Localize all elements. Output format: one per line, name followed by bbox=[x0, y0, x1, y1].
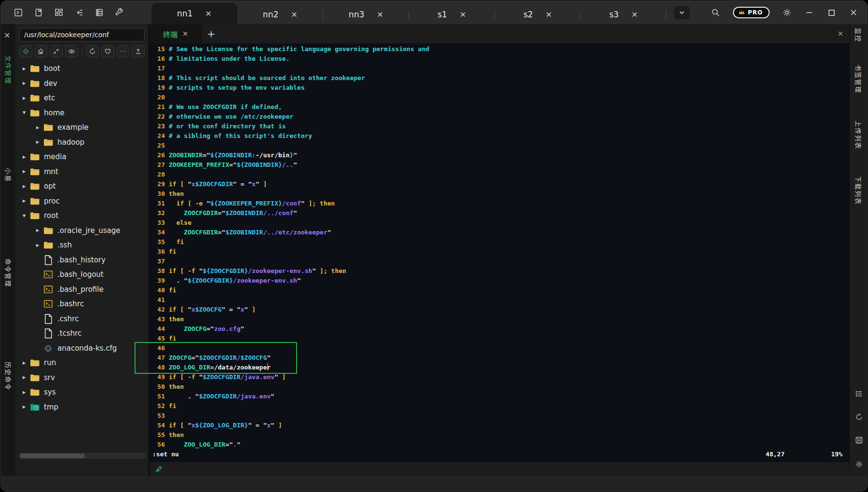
tree-item-example[interactable]: ▶example bbox=[15, 120, 149, 135]
tree-item-.bash_history[interactable]: .bash_history bbox=[15, 253, 149, 268]
favorite-icon[interactable] bbox=[101, 45, 114, 57]
session-tab-s1[interactable]: s1✕ bbox=[409, 5, 495, 24]
tree-item-etc[interactable]: ▶etc bbox=[15, 91, 149, 106]
tree-item-srv[interactable]: ▶srv bbox=[15, 370, 149, 385]
chevron-right-icon[interactable]: ▶ bbox=[20, 96, 28, 100]
preview-icon[interactable] bbox=[65, 45, 78, 57]
tree-item-sys[interactable]: ▶sys bbox=[15, 385, 149, 400]
tree-item-.bashrc[interactable]: .bashrc bbox=[15, 297, 149, 312]
chevron-right-icon[interactable]: ▶ bbox=[20, 67, 28, 71]
tree-item-.ssh[interactable]: ▶.ssh bbox=[15, 238, 149, 253]
close-icon[interactable] bbox=[849, 8, 858, 17]
chevron-right-icon[interactable]: ▶ bbox=[34, 243, 41, 247]
tree-item-.bash_logout[interactable]: .bash_logout bbox=[15, 267, 149, 282]
tree-item-.oracle_jre_usage[interactable]: ▶.oracle_jre_usage bbox=[15, 223, 149, 238]
chevron-right-icon[interactable]: ▶ bbox=[34, 228, 41, 232]
settings-icon[interactable] bbox=[854, 459, 864, 469]
tree-item-home[interactable]: ▼home bbox=[15, 106, 149, 121]
maximize-icon[interactable] bbox=[827, 8, 836, 17]
scrollbar-thumb[interactable] bbox=[20, 453, 85, 458]
chevron-right-icon[interactable]: ▶ bbox=[20, 81, 28, 85]
more-icon[interactable]: ··· bbox=[117, 45, 130, 57]
file-panel-close-icon[interactable]: ✕ bbox=[4, 31, 10, 40]
save-icon[interactable] bbox=[854, 435, 864, 445]
chevron-right-icon[interactable]: ▶ bbox=[20, 184, 28, 189]
right-tab-1[interactable]: 监控 bbox=[850, 28, 868, 42]
tree-item-root[interactable]: ▼root bbox=[15, 208, 149, 223]
chevron-right-icon[interactable]: ▶ bbox=[20, 169, 28, 174]
chevron-right-icon[interactable]: ▶ bbox=[20, 199, 28, 203]
tab-close-icon[interactable]: ✕ bbox=[631, 10, 637, 19]
left-tab-4[interactable]: 历史命令 bbox=[1, 362, 15, 391]
tree-item-proc[interactable]: ▶proc bbox=[15, 194, 149, 209]
tree-item-.cshrc[interactable]: .cshrc bbox=[15, 312, 149, 327]
tree-icon[interactable] bbox=[74, 8, 84, 17]
marker-pen-icon[interactable] bbox=[155, 465, 163, 473]
tab-close-icon[interactable]: ✕ bbox=[460, 10, 466, 19]
right-tab-2[interactable]: 书签管理 bbox=[850, 65, 868, 94]
terminal-screen[interactable]: 15# See the License for the specific lan… bbox=[149, 43, 849, 462]
session-tab-nn1[interactable]: nn1✕ bbox=[151, 3, 237, 24]
home-icon[interactable] bbox=[35, 45, 48, 57]
settings-icon[interactable] bbox=[782, 8, 792, 17]
server-icon[interactable] bbox=[95, 8, 104, 17]
tab-close-icon[interactable]: ✕ bbox=[291, 10, 297, 19]
tree-item-anaconda-ks.cfg[interactable]: anaconda-ks.cfg bbox=[15, 341, 149, 356]
new-terminal-button[interactable]: + bbox=[202, 24, 221, 43]
collapse-icon[interactable] bbox=[50, 45, 63, 57]
left-tab-3[interactable]: 命令管理 bbox=[1, 259, 15, 287]
tree-item-label: .oracle_jre_usage bbox=[57, 226, 120, 235]
refresh-icon[interactable] bbox=[854, 411, 864, 422]
dashboard-icon[interactable] bbox=[54, 8, 64, 17]
chevron-right-icon[interactable]: ▶ bbox=[20, 405, 28, 409]
left-tab-label: 文件管理 bbox=[4, 55, 13, 84]
chevron-down-icon[interactable]: ▼ bbox=[20, 110, 28, 115]
chevron-right-icon[interactable]: ▶ bbox=[20, 375, 28, 380]
locate-icon[interactable] bbox=[19, 45, 32, 57]
right-tab-4[interactable]: 下载列表 bbox=[850, 176, 868, 205]
tab-list-dropdown-button[interactable] bbox=[674, 6, 690, 19]
session-tab-nn2[interactable]: nn2✕ bbox=[237, 5, 323, 24]
notebook-icon[interactable] bbox=[34, 8, 43, 17]
tree-item-boot[interactable]: ▶boot bbox=[15, 61, 149, 76]
tab-close-icon[interactable]: ✕ bbox=[377, 10, 383, 19]
terminal-icon[interactable] bbox=[854, 364, 864, 375]
tree-item-dev[interactable]: ▶dev bbox=[15, 76, 149, 91]
pro-badge[interactable]: PRO bbox=[733, 7, 770, 18]
tree-item-.bash_profile[interactable]: .bash_profile bbox=[15, 282, 149, 297]
chevron-right-icon[interactable]: ▶ bbox=[20, 390, 28, 395]
left-tab-2[interactable]: 小易 bbox=[1, 168, 15, 182]
tab-close-icon[interactable]: ✕ bbox=[205, 9, 211, 18]
upload-icon[interactable] bbox=[132, 45, 145, 57]
terminal-icon[interactable] bbox=[14, 8, 23, 17]
tree-item-run[interactable]: ▶run bbox=[15, 355, 149, 370]
session-tab-s3[interactable]: s3✕ bbox=[581, 5, 666, 24]
refresh-icon[interactable] bbox=[86, 45, 99, 57]
minimize-icon[interactable] bbox=[804, 8, 814, 17]
tree-item-media[interactable]: ▶media bbox=[15, 150, 149, 164]
terminal-tab[interactable]: 终端 ✕ bbox=[149, 24, 202, 43]
list-icon[interactable] bbox=[854, 388, 864, 399]
line-code: ZOOCFGDIR="$ZOOBINDIR/../conf" bbox=[169, 209, 297, 217]
chevron-right-icon[interactable]: ▶ bbox=[34, 125, 41, 130]
left-tab-1[interactable]: 文件管理 bbox=[1, 45, 15, 84]
chevron-right-icon[interactable]: ▶ bbox=[20, 361, 28, 365]
tree-item-opt[interactable]: ▶opt bbox=[15, 179, 149, 194]
terminal-panel-close-icon[interactable]: ✕ bbox=[832, 24, 849, 43]
horizontal-scrollbar[interactable] bbox=[18, 453, 146, 459]
session-tab-s2[interactable]: s2✕ bbox=[495, 5, 581, 24]
session-tab-nn3[interactable]: nn3✕ bbox=[323, 5, 409, 24]
tree-item-mnt[interactable]: ▶mnt bbox=[15, 164, 149, 179]
terminal-tab-close-icon[interactable]: ✕ bbox=[182, 30, 188, 38]
path-input[interactable] bbox=[19, 28, 145, 41]
tab-close-icon[interactable]: ✕ bbox=[545, 10, 552, 19]
chevron-right-icon[interactable]: ▶ bbox=[34, 140, 41, 144]
chevron-right-icon[interactable]: ▶ bbox=[20, 155, 28, 159]
tree-item-hadoop[interactable]: ▶hadoop bbox=[15, 135, 149, 150]
chevron-down-icon[interactable]: ▼ bbox=[20, 214, 28, 218]
wrench-icon[interactable] bbox=[115, 8, 124, 17]
tree-item-tmp[interactable]: ▶tmp bbox=[15, 400, 149, 415]
search-icon[interactable] bbox=[711, 8, 720, 17]
right-tab-3[interactable]: 上传列表 bbox=[850, 121, 868, 150]
tree-item-.tcshrc[interactable]: .tcshrc bbox=[15, 326, 149, 341]
